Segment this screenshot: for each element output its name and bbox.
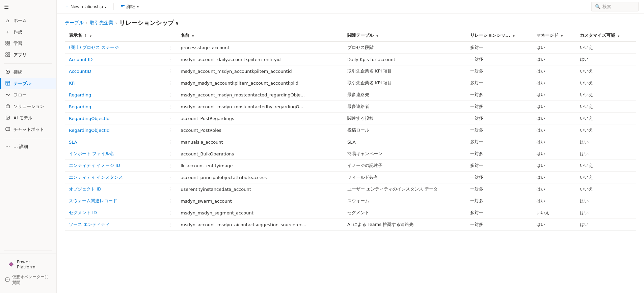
table-row: (廃止) プロセス ステージ ⋮ processstage_account プロ… <box>65 41 636 54</box>
display-name-link[interactable]: RegardingObjectId <box>69 116 110 121</box>
filter-icon-display-name: ∨ <box>89 34 92 37</box>
row-context-menu-icon[interactable]: ⋮ <box>166 162 174 169</box>
cell-managed: はい <box>532 219 576 231</box>
display-name-link[interactable]: ソース エンティティ <box>69 222 110 227</box>
sidebar-item-more[interactable]: ··· … 詳細 <box>0 141 56 152</box>
cell-name: msdyn_account_msdyn_accountkpiitem_accou… <box>177 65 343 77</box>
col-header-relationship[interactable]: リレーションシッ... ∨ <box>466 30 532 41</box>
sidebar-item-home[interactable]: ⌂ ホーム <box>0 15 56 26</box>
hamburger-icon[interactable]: ☰ <box>4 4 9 10</box>
sidebar-item-power-platform[interactable]: Power Platform <box>4 257 52 272</box>
row-context-menu-icon[interactable]: ⋮ <box>166 150 174 157</box>
svg-point-9 <box>7 71 8 72</box>
row-context-menu-icon[interactable]: ⋮ <box>166 68 174 75</box>
table-row: スウォーム関連レコード ⋮ msdyn_swarm_account スウォーム … <box>65 195 636 207</box>
row-context-menu-icon[interactable]: ⋮ <box>166 174 174 181</box>
learn-icon <box>5 41 11 47</box>
cell-customizable: いいえ <box>576 89 636 101</box>
row-context-menu-icon[interactable]: ⋮ <box>166 44 174 51</box>
row-context-menu-icon[interactable]: ⋮ <box>166 80 174 86</box>
sidebar-item-ai-models[interactable]: AI モデル <box>0 112 56 124</box>
table-row: AccountID ⋮ msdyn_account_msdyn_accountk… <box>65 65 636 77</box>
row-context-menu-icon[interactable]: ⋮ <box>166 103 174 110</box>
row-context-menu-icon[interactable]: ⋮ <box>166 186 174 193</box>
new-relationship-label: New relationship <box>71 4 103 9</box>
display-name-link[interactable]: スウォーム関連レコード <box>69 198 117 203</box>
cell-customizable: はい <box>576 148 636 160</box>
cell-customizable: はい <box>576 219 636 231</box>
power-platform-icon <box>8 261 14 267</box>
svg-rect-3 <box>8 43 10 45</box>
svg-rect-15 <box>6 116 9 119</box>
row-context-menu-icon[interactable]: ⋮ <box>166 198 174 204</box>
col-header-managed[interactable]: マネージド ∨ <box>532 30 576 41</box>
sidebar-item-flows[interactable]: フロー <box>0 89 56 101</box>
sidebar-item-solutions[interactable]: ソリューション <box>0 101 56 112</box>
row-context-menu-icon[interactable]: ⋮ <box>166 91 174 98</box>
table-row: インポート ファイル名 ⋮ account_BulkOperations 簡易キ… <box>65 148 636 160</box>
sidebar-nav: ⌂ ホーム ＋ 作成 学習 アプリ 接続 <box>0 13 56 248</box>
cell-managed: はい <box>532 89 576 101</box>
col-header-related-table[interactable]: 関連テーブル ∨ <box>343 30 466 41</box>
display-name-link[interactable]: KPI <box>69 81 76 86</box>
sidebar-item-apps[interactable]: アプリ <box>0 49 56 61</box>
display-name-link[interactable]: オブジェクト ID <box>69 186 101 192</box>
details-button[interactable]: 詳細 ∨ <box>118 2 142 11</box>
table-row: オブジェクト ID ⋮ userentityinstancedata_accou… <box>65 183 636 195</box>
sidebar: ☰ ⌂ ホーム ＋ 作成 学習 アプリ 接続 <box>0 0 57 293</box>
cell-related-table: スウォーム <box>343 195 466 207</box>
svg-point-16 <box>7 117 8 118</box>
display-name-link[interactable]: インポート ファイル名 <box>69 151 114 156</box>
display-name-link[interactable]: (廃止) プロセス ステージ <box>69 45 119 50</box>
new-relationship-plus-icon: ＋ <box>65 4 69 10</box>
display-name-link[interactable]: セグメント ID <box>69 210 97 215</box>
filter-icon-name: ∨ <box>192 34 194 37</box>
sidebar-item-tables[interactable]: テーブル <box>0 78 56 89</box>
cell-name: msdyn_account_msdyn_aicontactsuggestion_… <box>177 219 343 231</box>
cell-customizable: いいえ <box>576 41 636 54</box>
col-header-display-name[interactable]: 表示名 ↑ ∨ <box>65 30 166 41</box>
sidebar-item-learn[interactable]: 学習 <box>0 38 56 49</box>
search-box[interactable]: 🔍 検索 <box>591 2 639 11</box>
sidebar-item-virtual-agent[interactable]: 仮想オペレーターに質問 <box>4 272 52 288</box>
table-row: Regarding ⋮ msdyn_account_msdyn_mostcont… <box>65 101 636 113</box>
row-context-menu-icon[interactable]: ⋮ <box>166 127 174 134</box>
breadcrumb-entity-link[interactable]: 取引先企業 <box>90 20 113 26</box>
display-name-link[interactable]: エンティティ イメージ ID <box>69 163 120 168</box>
sidebar-item-create[interactable]: ＋ 作成 <box>0 26 56 38</box>
col-header-customizable[interactable]: カスタマイズ可能 ∨ <box>576 30 636 41</box>
row-context-menu-icon[interactable]: ⋮ <box>166 221 174 228</box>
cell-customizable: はい <box>576 207 636 219</box>
cell-display-name: スウォーム関連レコード <box>65 195 166 207</box>
cell-display-name: Account ID <box>65 54 166 65</box>
breadcrumb-tables-link[interactable]: テーブル <box>65 20 84 26</box>
display-name-link[interactable]: SLA <box>69 140 77 145</box>
breadcrumb-dropdown-icon[interactable]: ∨ <box>175 20 179 26</box>
sidebar-item-connections[interactable]: 接続 <box>0 66 56 78</box>
cell-related-table: フィールド共有 <box>343 172 466 183</box>
row-context-menu-icon[interactable]: ⋮ <box>166 115 174 122</box>
sidebar-item-chatbots[interactable]: チャットボット <box>0 124 56 135</box>
display-name-link[interactable]: Regarding <box>69 92 91 97</box>
svg-point-20 <box>5 277 9 282</box>
cell-display-name: ソース エンティティ <box>65 219 166 231</box>
svg-rect-4 <box>6 53 7 54</box>
cell-display-name: RegardingObjectId <box>65 124 166 136</box>
cell-related-table: 簡易キャンペーン <box>343 148 466 160</box>
display-name-link[interactable]: エンティティ インスタンス <box>69 175 123 180</box>
breadcrumb-current-label: リレーションシップ <box>119 19 174 27</box>
row-context-menu-icon[interactable]: ⋮ <box>166 139 174 145</box>
cell-row-menu: ⋮ <box>166 172 177 183</box>
cell-name: processstage_account <box>177 41 343 54</box>
display-name-link[interactable]: RegardingObjectId <box>69 128 110 133</box>
sidebar-item-label: … 詳細 <box>14 144 28 150</box>
row-context-menu-icon[interactable]: ⋮ <box>166 56 174 63</box>
col-header-name[interactable]: 名前 ∨ <box>177 30 343 41</box>
display-name-link[interactable]: Regarding <box>69 104 91 109</box>
new-relationship-button[interactable]: ＋ New relationship ∨ <box>62 2 109 11</box>
display-name-link[interactable]: AccountID <box>69 69 91 74</box>
svg-rect-14 <box>6 105 9 108</box>
cell-related-table: SLA <box>343 136 466 148</box>
row-context-menu-icon[interactable]: ⋮ <box>166 209 174 216</box>
display-name-link[interactable]: Account ID <box>69 57 92 62</box>
